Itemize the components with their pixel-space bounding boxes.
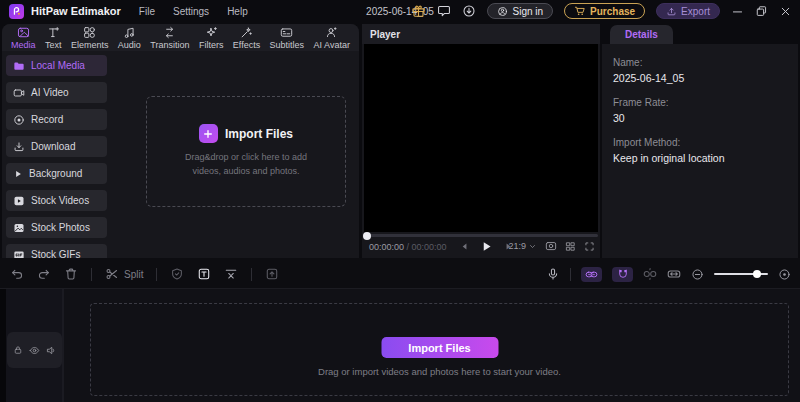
chevron-down-icon: [528, 242, 537, 251]
split-label: Split: [124, 269, 143, 280]
zoom-slider-knob[interactable]: [753, 270, 761, 278]
text-box-icon: [197, 267, 211, 281]
fullscreen-icon[interactable]: [584, 241, 595, 252]
tab-text[interactable]: Text: [45, 26, 62, 50]
magnet-icon: [617, 268, 629, 280]
sidebar-item-label: AI Video: [31, 87, 69, 98]
sign-in-button[interactable]: Sign in: [487, 3, 553, 19]
link-toggle[interactable]: [581, 267, 602, 282]
tab-filters[interactable]: Filters: [199, 26, 224, 50]
details-body: Name: 2025-06-14_05 Frame Rate: 30 Impor…: [602, 44, 798, 258]
stock-video-icon: [13, 195, 25, 207]
shield-tool-button[interactable]: [170, 267, 184, 281]
purchase-button[interactable]: Purchase: [564, 3, 645, 19]
gift-icon[interactable]: [411, 4, 426, 19]
sidebar-item-stock-videos[interactable]: Stock Videos: [6, 190, 107, 211]
menu-file[interactable]: File: [139, 6, 155, 17]
zoom-out-button[interactable]: [691, 268, 704, 281]
timeline-dropzone[interactable]: Import Files Drag or import videos and p…: [90, 303, 789, 396]
redo-button[interactable]: [37, 267, 51, 281]
undo-button[interactable]: [10, 267, 24, 281]
play-icon[interactable]: [480, 240, 493, 253]
microphone-icon: [546, 267, 560, 281]
sidebar-item-download[interactable]: Download: [6, 136, 107, 157]
menu-help[interactable]: Help: [227, 6, 248, 17]
detail-label: Import Method:: [613, 137, 798, 148]
filters-icon: [205, 26, 218, 39]
unlink-button[interactable]: [643, 267, 657, 281]
zoom-slider[interactable]: [714, 268, 768, 280]
close-icon[interactable]: [779, 5, 792, 18]
clear-track-button[interactable]: [224, 267, 238, 281]
box-up-arrow-icon: [265, 267, 279, 281]
voiceover-button[interactable]: [546, 267, 560, 281]
magnet-toggle[interactable]: [612, 267, 633, 282]
snapshot-icon[interactable]: [545, 240, 557, 252]
frame-export-button[interactable]: [265, 267, 279, 281]
previous-frame-icon[interactable]: [459, 241, 470, 252]
current-time: 00:00:00: [369, 242, 404, 252]
minimize-icon[interactable]: [731, 5, 744, 18]
lock-icon[interactable]: [13, 345, 23, 355]
fit-width-icon: [667, 267, 681, 281]
sidebar-item-local-media[interactable]: Local Media: [6, 55, 107, 76]
divider: [62, 289, 64, 402]
menu-settings[interactable]: Settings: [173, 6, 209, 17]
tab-label: Media: [11, 40, 36, 50]
resize-icon[interactable]: [565, 241, 576, 252]
details-panel: Details Name: 2025-06-14_05 Frame Rate: …: [602, 24, 798, 258]
aspect-ratio-select[interactable]: 21:9: [508, 241, 537, 251]
timeline-canvas[interactable]: Import Files Drag or import videos and p…: [0, 288, 800, 402]
player-header: Player: [362, 24, 600, 44]
zoom-reset-button[interactable]: [778, 268, 791, 281]
sidebar-item-ai-video[interactable]: AI Video: [6, 82, 107, 103]
progress-bar[interactable]: [364, 234, 598, 237]
tab-effects[interactable]: Effects: [233, 26, 260, 50]
import-files-button[interactable]: [199, 124, 218, 143]
divider: [251, 268, 252, 281]
sidebar-item-background[interactable]: Background: [6, 163, 107, 184]
player-controls: 00:00:00 / 00:00:00 21:9: [362, 239, 600, 257]
timeline-toolbar: Split: [0, 262, 800, 286]
play-icon: [13, 169, 23, 179]
zoom-out-icon: [691, 268, 704, 281]
transition-icon: [163, 26, 176, 39]
video-preview[interactable]: [364, 44, 598, 232]
tab-audio[interactable]: Audio: [118, 26, 141, 50]
sidebar-item-stock-photos[interactable]: Stock Photos: [6, 217, 107, 238]
media-icon: [17, 26, 30, 39]
restore-icon[interactable]: [755, 5, 768, 18]
import-dropzone[interactable]: Import Files Drag&drop or click here to …: [146, 96, 346, 207]
timeline-import-button[interactable]: Import Files: [381, 337, 498, 358]
sidebar-item-label: Record: [31, 114, 63, 125]
tab-media[interactable]: Media: [11, 26, 36, 50]
tab-elements[interactable]: Elements: [71, 26, 109, 50]
tab-transition[interactable]: Transition: [150, 26, 189, 50]
unlink-icon: [643, 267, 657, 281]
redo-icon: [37, 267, 51, 281]
sidebar-item-record[interactable]: Record: [6, 109, 107, 130]
split-button[interactable]: Split: [105, 267, 143, 281]
eye-icon[interactable]: [29, 345, 40, 356]
tab-label: Subtitles: [270, 40, 305, 50]
ai-avatar-icon: [325, 26, 338, 39]
fit-timeline-button[interactable]: [667, 267, 681, 281]
tab-subtitles[interactable]: Subtitles: [270, 26, 305, 50]
detail-label: Name:: [613, 57, 798, 68]
purchase-label: Purchase: [590, 6, 635, 17]
app-name: HitPaw Edimakor: [31, 5, 121, 17]
tab-label: Elements: [71, 40, 109, 50]
undo-icon: [10, 267, 24, 281]
detail-value: Keep in original location: [613, 152, 798, 164]
text-tool-button[interactable]: [197, 267, 211, 281]
download-updates-icon[interactable]: [462, 4, 476, 18]
cart-icon: [574, 5, 586, 17]
feedback-icon[interactable]: [437, 4, 451, 18]
speaker-icon[interactable]: [46, 345, 57, 356]
divider: [156, 268, 157, 281]
tab-ai-avatar[interactable]: AI Avatar: [314, 26, 350, 50]
sidebar-item-label: Stock Photos: [31, 222, 90, 233]
delete-button[interactable]: [64, 267, 78, 281]
export-button[interactable]: Export: [656, 3, 720, 19]
tab-details[interactable]: Details: [610, 25, 673, 45]
